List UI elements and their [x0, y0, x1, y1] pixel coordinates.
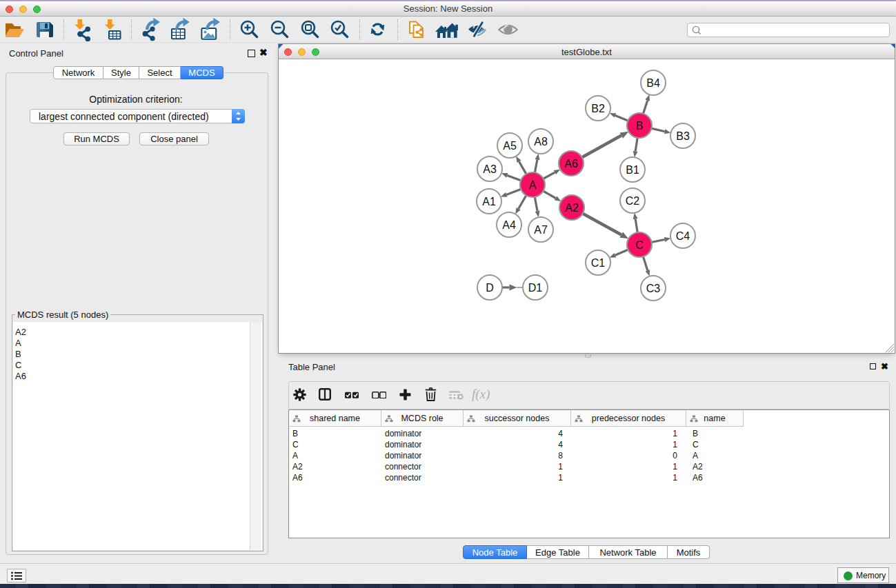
svg-text:A5: A5 [503, 140, 517, 152]
svg-text:B1: B1 [626, 164, 639, 176]
svg-text:A: A [529, 179, 537, 191]
svg-text:C4: C4 [676, 230, 690, 242]
svg-text:B3: B3 [676, 130, 690, 142]
svg-text:D: D [486, 282, 494, 294]
svg-text:A6: A6 [564, 158, 578, 170]
svg-text:C2: C2 [626, 195, 640, 207]
svg-text:C: C [635, 239, 644, 251]
svg-text:B4: B4 [646, 77, 660, 89]
svg-text:A7: A7 [534, 224, 548, 236]
svg-text:A3: A3 [483, 163, 497, 175]
svg-text:C1: C1 [591, 257, 606, 269]
svg-text:A8: A8 [534, 136, 548, 148]
svg-text:B2: B2 [591, 103, 605, 114]
svg-text:A2: A2 [565, 202, 579, 214]
svg-text:A4: A4 [502, 219, 516, 231]
svg-text:D1: D1 [528, 282, 543, 294]
svg-text:A1: A1 [482, 196, 496, 207]
svg-text:B: B [636, 120, 644, 132]
svg-text:C3: C3 [646, 283, 661, 294]
